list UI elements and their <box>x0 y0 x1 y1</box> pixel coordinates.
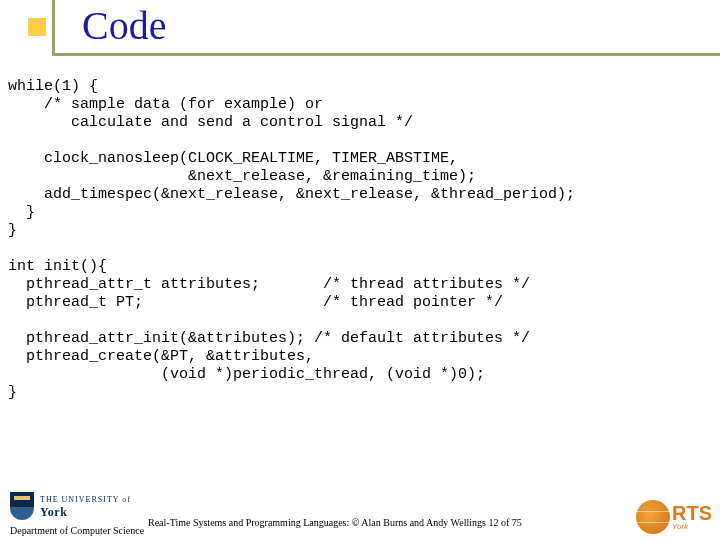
university-logo: THE UNIVERSITY of York <box>10 492 131 520</box>
rts-label: RTS <box>672 504 712 522</box>
rts-text-block: RTS York <box>672 504 712 531</box>
university-text: THE UNIVERSITY of York <box>40 494 131 518</box>
slide-footnote: Real-Time Systems and Programming Langua… <box>148 517 522 528</box>
title-bullet-square <box>28 18 46 36</box>
slide-title: Code <box>82 2 166 49</box>
rts-logo: RTS York <box>636 500 712 534</box>
university-name: York <box>40 506 131 518</box>
globe-icon <box>636 500 670 534</box>
department-label: Department of Computer Science <box>10 525 144 536</box>
title-underline <box>52 53 720 56</box>
code-listing: while(1) { /* sample data (for example) … <box>8 78 712 402</box>
shield-icon <box>10 492 34 520</box>
title-vertical-rule <box>52 0 55 53</box>
slide-footer: THE UNIVERSITY of York Department of Com… <box>0 492 720 540</box>
